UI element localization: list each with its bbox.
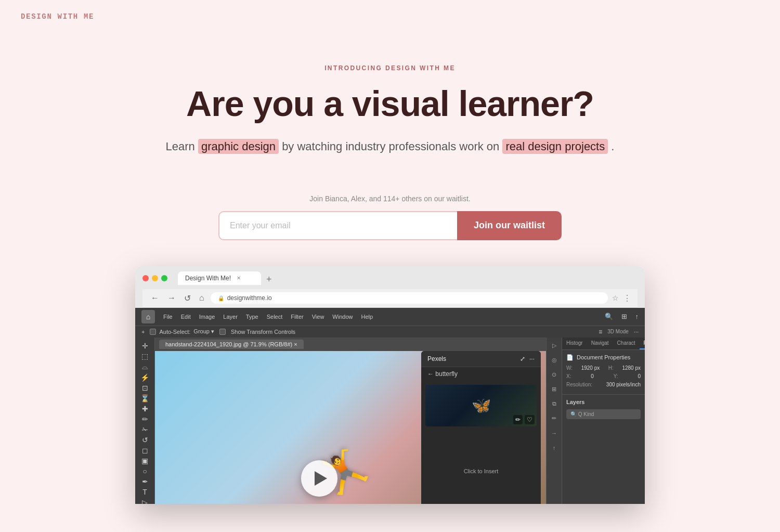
traffic-lights (142, 275, 167, 281)
ps-layers-search[interactable]: 🔍 Q Kind (566, 409, 641, 419)
forward-button[interactable]: → (165, 292, 178, 304)
tagline: INTRODUCING DESIGN WITH ME (21, 64, 759, 72)
ps-menu-window[interactable]: Window (332, 314, 353, 320)
ps-tool-magic-wand[interactable]: ⚡ (138, 373, 152, 382)
ps-prop-height-label: H: (608, 365, 614, 371)
auto-select-checkbox[interactable] (150, 329, 156, 335)
pexels-edit-icon[interactable]: ✏ (513, 415, 523, 424)
ps-tool-move[interactable]: ✛ (138, 342, 152, 350)
bookmark-icon[interactable]: ☆ (612, 294, 619, 302)
ps-search-icon[interactable]: 🔍 (605, 313, 613, 320)
ps-tool-crop[interactable]: ⊡ (138, 384, 152, 392)
ps-home-button[interactable]: ⌂ (141, 310, 155, 323)
back-button[interactable]: ← (149, 292, 161, 304)
pexels-image-grid: 🦋 ✏ ♡ Click to Insert (421, 381, 541, 504)
ps-more-icon[interactable]: ··· (634, 329, 639, 335)
ps-doc-icon: 📄 (566, 354, 574, 361)
email-input[interactable] (218, 211, 457, 240)
menu-dots-icon[interactable]: ⋮ (623, 293, 631, 303)
ps-align-icon[interactable]: ≡ (599, 328, 602, 335)
ps-tool-history[interactable]: ↺ (138, 436, 152, 444)
ps-adjust-strip: ▷ ◎ ⊙ ⊞ ⧉ ✏ → ↑ (546, 338, 562, 504)
home-button[interactable]: ⌂ (197, 292, 206, 304)
ps-prop-x-value: 0 (591, 373, 594, 379)
play-button[interactable] (301, 460, 337, 497)
ps-adjust-arrow-icon[interactable]: → (549, 428, 560, 438)
ps-adjust-play-icon[interactable]: ▷ (549, 341, 560, 351)
ps-menu-layer[interactable]: Layer (223, 314, 238, 320)
ps-panel-tabs: Histogr Navigat Charact Properties (562, 338, 645, 350)
pexels-back-button[interactable]: ← butterfly (427, 370, 458, 378)
ps-prop-width-label: W: (566, 365, 573, 371)
ps-properties-content: 📄 Document Properties W: 1920 px H: 1280… (562, 350, 645, 394)
ps-tool-stamp[interactable]: ✁ (138, 425, 152, 434)
ps-tool-eraser[interactable]: ◻ (138, 446, 152, 455)
traffic-light-fullscreen[interactable] (161, 275, 167, 281)
ps-document-tab[interactable]: handstand-2224104_1920.jpg @ 71.9% (RGB/… (159, 340, 304, 349)
ps-tool-select[interactable]: ⬚ (138, 352, 152, 360)
ps-tool-path[interactable]: ▷ (138, 498, 152, 504)
pexels-thumb-1[interactable]: 🦋 ✏ ♡ (425, 385, 537, 426)
ps-menu-edit[interactable]: Edit (181, 314, 191, 320)
ps-tab-bar: handstand-2224104_1920.jpg @ 71.9% (RGB/… (155, 338, 546, 351)
subheadline-before: Learn (166, 140, 198, 153)
header: DESIGN WITH ME (0, 0, 780, 33)
ps-menu-image[interactable]: Image (199, 314, 215, 320)
ps-arrange-icon[interactable]: ⊞ (621, 313, 627, 320)
ps-prop-x-label: X: (566, 373, 571, 379)
ps-adjust-brush-icon[interactable]: ✏ (549, 413, 560, 424)
ps-adjust-grid-icon[interactable]: ⊞ (549, 384, 560, 395)
ps-tool-dodge[interactable]: ○ (138, 467, 152, 475)
address-bar[interactable]: 🔒 designwithme.io (211, 292, 608, 304)
pexels-more-icon[interactable]: ··· (529, 355, 535, 362)
ps-menu-file[interactable]: File (163, 314, 173, 320)
ps-tool-gradient[interactable]: ▣ (138, 457, 152, 465)
ps-menu-filter[interactable]: Filter (291, 314, 303, 320)
ps-canvas-area: handstand-2224104_1920.jpg @ 71.9% (RGB/… (155, 338, 546, 504)
ps-menu-select[interactable]: Select (267, 314, 283, 320)
ps-prop-height-value: 1280 px (622, 365, 641, 371)
ps-menu-type[interactable]: Type (246, 314, 258, 320)
subheadline: Learn graphic design by watching industr… (21, 138, 759, 155)
ps-tool-text[interactable]: T (138, 488, 152, 496)
ps-menu-view[interactable]: View (312, 314, 324, 320)
ps-tab-character[interactable]: Charact (613, 338, 640, 349)
ps-tool-heal[interactable]: ✚ (138, 405, 152, 413)
ps-menu-help[interactable]: Help (361, 314, 373, 320)
traffic-light-minimize[interactable] (152, 275, 158, 281)
browser-tab-close-icon[interactable]: ✕ (235, 275, 242, 282)
refresh-button[interactable]: ↺ (182, 292, 193, 304)
browser-tab-active[interactable]: Design With Me! ✕ (178, 271, 261, 285)
browser-top-row: Design With Me! ✕ + (142, 271, 638, 285)
traffic-light-close[interactable] (142, 275, 149, 281)
waitlist-form: Join our waitlist (218, 211, 562, 240)
ps-tool-eyedropper[interactable]: ⌛ (138, 394, 152, 403)
ps-tool-pen[interactable]: ✒ (138, 477, 152, 486)
ps-tool-brush[interactable]: ✏ (138, 415, 152, 423)
ps-prop-resolution-row: Resolution: 300 pixels/inch (566, 382, 641, 387)
ps-layers-header: Layers (562, 394, 645, 407)
subheadline-highlight-graphic-design: graphic design (198, 139, 279, 154)
hero-section: INTRODUCING DESIGN WITH ME Are you a vis… (0, 33, 780, 194)
logo: DESIGN WITH ME (21, 12, 759, 21)
new-tab-button[interactable]: + (262, 274, 276, 285)
pexels-expand-icon[interactable]: ⤢ (520, 355, 525, 362)
ps-adjust-eye-icon[interactable]: ◎ (549, 355, 560, 366)
pexels-click-to-insert[interactable]: Click to Insert (425, 463, 537, 479)
transform-controls-checkbox[interactable] (219, 329, 226, 335)
pexels-like-icon[interactable]: ♡ (525, 415, 535, 424)
ps-adjust-clock-icon[interactable]: ⊙ (549, 370, 560, 380)
ps-adjust-share-icon[interactable]: ↑ (549, 443, 560, 453)
ps-adjust-layers-icon[interactable]: ⧉ (549, 399, 560, 409)
ps-share-icon[interactable]: ↑ (635, 313, 639, 320)
ps-tab-navigator[interactable]: Navigat (587, 338, 613, 349)
ps-prop-width-value: 1920 px (581, 365, 600, 371)
ps-tool-add-icon[interactable]: + (141, 329, 145, 335)
pexels-popup: Pexels ⤢ ··· ← butterfly (421, 351, 541, 504)
auto-select-group[interactable]: Group ▾ (193, 328, 214, 335)
ps-tab-properties[interactable]: Properties (640, 338, 645, 349)
ps-tab-histograms[interactable]: Histogr (562, 338, 587, 349)
play-triangle-icon (315, 471, 327, 486)
ps-tool-lasso[interactable]: ⌓ (138, 362, 152, 371)
join-waitlist-button[interactable]: Join our waitlist (457, 211, 562, 240)
